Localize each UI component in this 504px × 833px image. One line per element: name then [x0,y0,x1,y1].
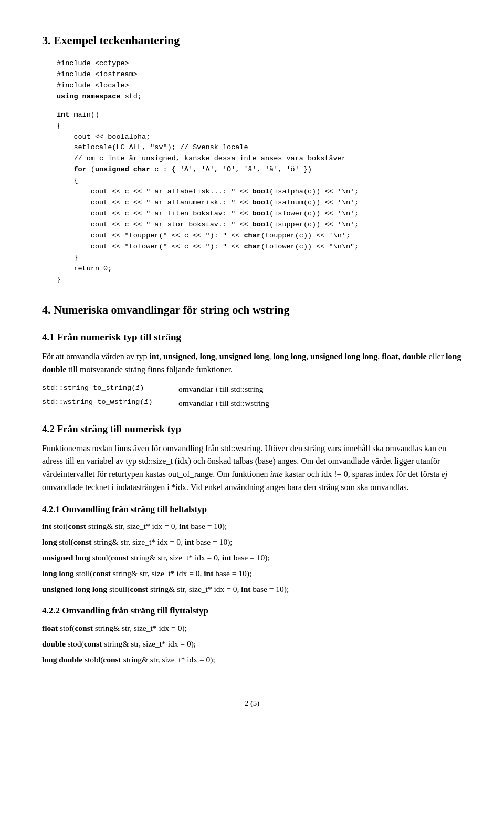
stol-sig: long stol(const string& str, size_t* idx… [42,536,462,548]
stof-sig: float stof(const string& str, size_t* id… [42,622,462,634]
section4-title: 4. Numeriska omvandlingar för string och… [42,301,462,318]
to-string-functions: std::string to_string(i) omvandlar i til… [42,382,462,411]
code-main: int main() { cout << boolalpha; setlocal… [57,110,462,286]
func-row-2: std::wstring to_wstring(i) omvandlar i t… [42,396,462,410]
func-sig-1: std::string to_string(i) [42,382,178,396]
subsection41-title: 4.1 Från numerisk typ till sträng [42,330,462,345]
subsection42-title: 4.2 Från sträng till numerisk typ [42,422,462,437]
subsection41-intro: För att omvandla värden av typ int, unsi… [42,350,462,377]
page-number: 2 (5) [245,699,260,707]
stoul-sig: unsigned long stoul(const string& str, s… [42,551,462,564]
stod-sig: double stod(const string& str, size_t* i… [42,638,462,650]
func-sig-2: std::wstring to_wstring(i) [42,396,178,410]
page-footer: 2 (5) [42,697,462,710]
code-includes: #include <cctype> #include <iostream> #i… [57,58,462,102]
stold-sig: long double stold(const string& str, siz… [42,653,462,666]
subsubsection422-title: 4.2.2 Omvandling från sträng till flytta… [42,604,462,618]
section3-title: 3. Exempel teckenhantering [42,32,462,49]
stoull-sig: unsigned long long stoull(const string& … [42,583,462,596]
subsection42-para1: Funktionernas nedan finns även för omvan… [42,442,462,494]
func-desc-2: omvandlar i till std::wstring [178,396,462,410]
func-desc-1: omvandlar i till std::string [178,382,462,396]
stoi-sig: int stoi(const string& str, size_t* idx … [42,520,462,533]
subsubsection421-title: 4.2.1 Omvandling från sträng till heltal… [42,503,462,516]
stoll-sig: long long stoll(const string& str, size_… [42,567,462,580]
func-row-1: std::string to_string(i) omvandlar i til… [42,382,462,396]
